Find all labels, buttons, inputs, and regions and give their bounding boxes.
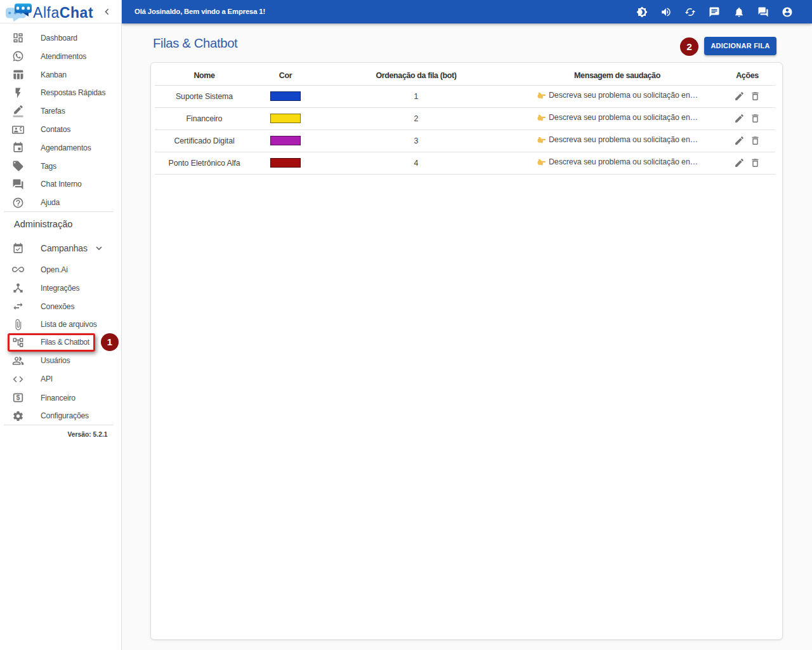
svg-text:$: $ xyxy=(16,394,20,401)
